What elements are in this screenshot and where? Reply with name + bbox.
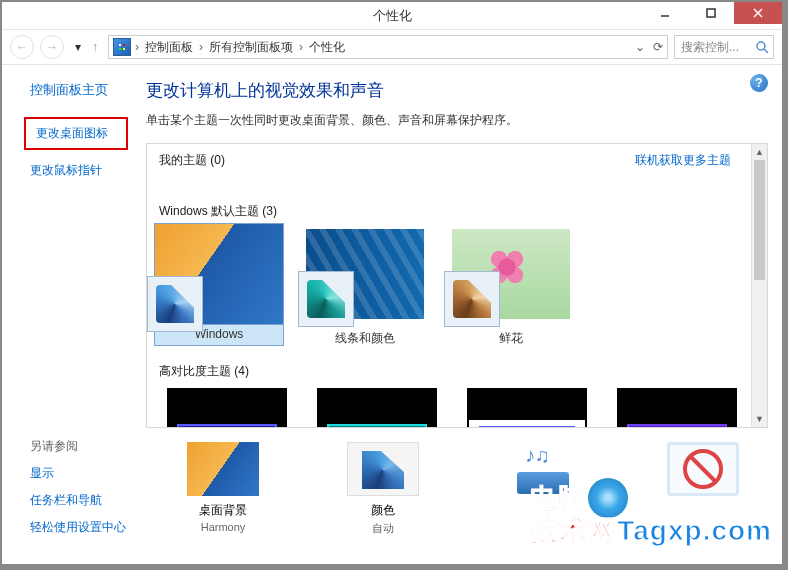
section-default-themes: Windows 默认主题 (3): [147, 195, 767, 224]
scrollbar[interactable]: ▲ ▼: [751, 144, 767, 427]
high-contrast-row: [147, 384, 767, 428]
bottom-label: 颜色: [318, 502, 448, 519]
see-also-taskbar[interactable]: 任务栏和导航: [30, 492, 194, 509]
section-my-themes: 我的主题 (0) 联机获取更多主题: [147, 144, 767, 173]
theme-item-flowers[interactable]: 鲜花: [451, 228, 571, 347]
screensaver-icon: [667, 442, 739, 496]
control-panel-icon: [113, 38, 131, 56]
main-content: 更改计算机上的视觉效果和声音 单击某个主题一次性同时更改桌面背景、颜色、声音和屏…: [146, 65, 782, 564]
minimize-button[interactable]: [642, 2, 688, 24]
search-placeholder: 搜索控制...: [681, 39, 739, 56]
forward-button[interactable]: →: [40, 35, 64, 59]
theme-item-lines-colors[interactable]: 线条和颜色: [305, 228, 425, 347]
titlebar: 个性化: [2, 2, 782, 30]
breadcrumb[interactable]: › 控制面板 › 所有控制面板项 › 个性化 ⌄ ⟳: [108, 35, 668, 59]
color-button[interactable]: 颜色 自动: [318, 442, 448, 536]
svg-line-5: [764, 49, 768, 53]
up-button[interactable]: ▾: [70, 40, 86, 54]
separator: ↑: [92, 40, 98, 54]
scroll-thumb[interactable]: [754, 160, 765, 280]
palette-icon: [444, 271, 500, 327]
theme-item-windows[interactable]: Windows: [159, 228, 279, 347]
scroll-up-icon[interactable]: ▲: [752, 144, 767, 160]
palette-icon: [298, 271, 354, 327]
close-button[interactable]: [734, 2, 782, 24]
color-icon: [347, 442, 419, 496]
palette-icon: [147, 276, 203, 332]
maximize-button[interactable]: [688, 2, 734, 24]
svg-rect-1: [707, 9, 715, 17]
see-also-panel: 另请参阅 显示 任务栏和导航 轻松使用设置中心: [2, 438, 202, 554]
get-more-themes-link[interactable]: 联机获取更多主题: [635, 152, 755, 169]
default-themes-row: Windows 线条和颜色 鲜花: [147, 224, 767, 355]
breadcrumb-item[interactable]: 控制面板: [139, 39, 199, 56]
sounds-icon: [507, 442, 579, 496]
page-subtitle: 单击某个主题一次性同时更改桌面背景、颜色、声音和屏幕保护程序。: [146, 112, 768, 129]
theme-item-hc2[interactable]: [317, 388, 437, 428]
chevron-down-icon[interactable]: ⌄: [635, 40, 645, 54]
breadcrumb-item[interactable]: 所有控制面板项: [203, 39, 299, 56]
scroll-down-icon[interactable]: ▼: [752, 411, 767, 427]
svg-point-4: [757, 42, 765, 50]
sounds-button[interactable]: [478, 442, 608, 502]
theme-item-hc1[interactable]: [167, 388, 287, 428]
see-also-ease[interactable]: 轻松使用设置中心: [30, 519, 194, 536]
refresh-icon[interactable]: ⟳: [653, 40, 663, 54]
page-title: 更改计算机上的视觉效果和声音: [146, 79, 768, 102]
screensaver-button[interactable]: [638, 442, 768, 502]
sidebar-item-mouse-pointer[interactable]: 更改鼠标指针: [30, 158, 138, 183]
bottom-sub: 自动: [318, 521, 448, 536]
theme-item-hc3[interactable]: [467, 388, 587, 428]
themes-panel: 我的主题 (0) 联机获取更多主题 Windows 默认主题 (3) Windo…: [146, 143, 768, 428]
section-high-contrast: 高对比度主题 (4): [147, 355, 767, 384]
see-also-heading: 另请参阅: [30, 438, 194, 455]
nav-toolbar: ← → ▾ ↑ › 控制面板 › 所有控制面板项 › 个性化 ⌄ ⟳ 搜索控制.…: [2, 30, 782, 65]
sidebar-title[interactable]: 控制面板主页: [30, 81, 138, 99]
back-button[interactable]: ←: [10, 35, 34, 59]
see-also-display[interactable]: 显示: [30, 465, 194, 482]
search-input[interactable]: 搜索控制...: [674, 35, 774, 59]
search-icon: [755, 40, 769, 54]
breadcrumb-item[interactable]: 个性化: [303, 39, 351, 56]
my-themes-label: 我的主题 (0): [159, 153, 225, 167]
window-title: 个性化: [373, 7, 412, 25]
bottom-settings-row: 桌面背景 Harmony 颜色 自动: [146, 428, 768, 536]
theme-item-hc4[interactable]: [617, 388, 737, 428]
sidebar-item-desktop-icons[interactable]: 更改桌面图标: [24, 117, 128, 150]
